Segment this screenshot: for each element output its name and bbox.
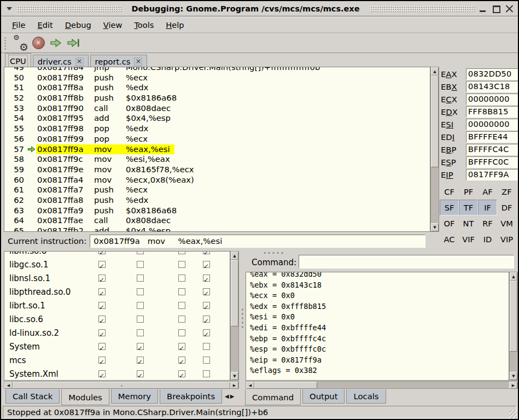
step-into-button[interactable]	[65, 35, 82, 51]
tab-output[interactable]: Output	[302, 389, 345, 404]
module-checkbox[interactable]	[98, 251, 106, 254]
module-checkbox[interactable]	[137, 251, 144, 254]
module-checkbox[interactable]	[137, 343, 144, 350]
output-hscrollbar[interactable]: ◀ ▶	[246, 381, 518, 389]
tab-close-icon[interactable]: ×	[75, 57, 84, 66]
module-checkbox[interactable]	[137, 302, 144, 309]
command-output[interactable]: %eax = 0x832dd50%ebx = 0x8143c18%ecx = 0…	[246, 272, 509, 381]
disassembly-row[interactable]: 630x0817ffa9push$0x8186a68	[4, 206, 430, 216]
module-checkbox[interactable]	[178, 288, 185, 295]
module-checkbox[interactable]	[203, 261, 210, 268]
flag-vm[interactable]: VM	[497, 215, 516, 231]
scroll-up-icon[interactable]: ▲	[231, 252, 238, 260]
vertical-splitter-handle[interactable]	[241, 307, 244, 329]
module-checkbox[interactable]	[98, 343, 106, 350]
tab-modules[interactable]: Modules	[61, 389, 109, 405]
module-checkbox[interactable]	[178, 261, 185, 268]
resize-grip[interactable]	[509, 410, 517, 418]
module-checkbox[interactable]	[178, 370, 185, 377]
module-checkbox[interactable]	[178, 275, 185, 282]
scroll-left-icon[interactable]: ◀	[4, 382, 13, 389]
tab-call-stack[interactable]: Call Stack	[5, 389, 60, 404]
module-checkbox[interactable]	[137, 329, 144, 336]
module-checkbox[interactable]	[178, 251, 185, 254]
disassembly-row[interactable]: 640x0817ffaecall0x808daec	[4, 215, 430, 226]
menu-item-help[interactable]: Help	[160, 18, 189, 32]
scrollbar-thumb[interactable]	[431, 75, 439, 167]
disassembly-row[interactable]: 600x0817ffa4mov%ecx,0x8(%eax)	[4, 175, 430, 185]
toolbar-drag-handle[interactable]	[4, 37, 7, 50]
tab-cpu[interactable]: CPU	[5, 53, 31, 68]
module-checkbox[interactable]	[203, 275, 210, 282]
scrollbar-thumb[interactable]	[231, 260, 238, 326]
flag-df[interactable]: DF	[497, 200, 516, 215]
module-checkbox[interactable]	[203, 288, 210, 295]
modules-hscrollbar[interactable]: ◀ ▶	[4, 381, 239, 389]
disassembly-row[interactable]: 490x0817ff84jmpMono.CSharp.Driver.Main(s…	[4, 67, 430, 73]
tab-locals[interactable]: Locals	[346, 389, 386, 404]
scroll-down-icon[interactable]: ▼	[231, 372, 238, 380]
close-icon[interactable]	[505, 5, 514, 13]
module-checkbox[interactable]	[178, 302, 185, 309]
disassembly-row[interactable]: 560x0817ff99pop%ecx	[4, 134, 430, 144]
flag-ac[interactable]: AC	[440, 231, 459, 247]
flag-sf[interactable]: SF	[440, 200, 459, 215]
disassembly-row[interactable]: 540x0817ff95add$0x4,%esp	[4, 113, 430, 124]
modules-vscrollbar[interactable]: ▲ ▼	[230, 251, 239, 381]
flag-vip[interactable]: VIP	[497, 231, 516, 247]
module-checkbox[interactable]	[98, 275, 106, 282]
module-checkbox[interactable]	[137, 316, 144, 323]
module-row[interactable]: ld-linux.so.2	[4, 326, 230, 340]
scrollbar-thumb[interactable]	[13, 382, 230, 389]
flag-vif[interactable]: VIF	[459, 231, 478, 247]
menu-item-view[interactable]: View	[98, 18, 128, 32]
maximize-icon[interactable]	[492, 5, 500, 13]
disassembly-row[interactable]: 570x0817ff9amov%eax,%esi	[4, 144, 430, 155]
module-checkbox[interactable]	[98, 261, 106, 268]
menu-item-file[interactable]: File	[7, 18, 31, 32]
flag-rf[interactable]: RF	[478, 215, 497, 231]
flag-id[interactable]: ID	[478, 231, 497, 247]
flag-tf[interactable]: TF	[459, 200, 478, 215]
module-checkbox[interactable]	[203, 302, 210, 309]
tab-command[interactable]: Command	[245, 389, 301, 405]
module-row[interactable]: System.Xml	[4, 368, 230, 381]
minimize-icon[interactable]	[479, 5, 487, 13]
module-checkbox[interactable]	[137, 370, 144, 377]
module-checkbox[interactable]	[137, 261, 144, 268]
disassembly-row[interactable]: 650x0817ffb2add$0x4,%esp	[4, 226, 430, 232]
disassembly-scrollbar[interactable]: ▲ ▼	[430, 67, 439, 232]
disassembly-row[interactable]: 510x0817ff8apush%edx	[4, 83, 430, 93]
module-row[interactable]: libpthread.so.0	[4, 285, 230, 299]
module-checkbox[interactable]	[203, 357, 210, 364]
module-checkbox[interactable]	[98, 288, 106, 295]
module-checkbox[interactable]	[178, 316, 185, 323]
menu-item-edit[interactable]: Edit	[32, 18, 58, 32]
module-row[interactable]: librt.so.1	[4, 299, 230, 313]
scroll-down-icon[interactable]: ▼	[510, 372, 517, 380]
menu-item-tools[interactable]: Tools	[129, 18, 159, 32]
module-checkbox[interactable]	[203, 251, 210, 254]
step-button[interactable]	[47, 35, 65, 51]
scroll-down-icon[interactable]: ▼	[431, 223, 439, 231]
disassembly-row[interactable]: 520x0817ff8bpush$0x8186a68	[4, 93, 430, 103]
tab-breakpoints[interactable]: Breakpoints	[160, 389, 222, 404]
scroll-right-icon[interactable]: ▶	[509, 382, 517, 389]
run-button[interactable]: ⚙⚙	[12, 35, 30, 51]
module-checkbox[interactable]	[98, 302, 106, 309]
module-checkbox[interactable]	[178, 343, 185, 350]
flag-cf[interactable]: CF	[440, 184, 459, 200]
module-checkbox[interactable]	[203, 316, 210, 323]
output-vscrollbar[interactable]: ▲ ▼	[509, 272, 518, 381]
scroll-up-icon[interactable]: ▲	[431, 67, 439, 75]
module-row[interactable]: libgc.so.1	[4, 258, 230, 272]
module-checkbox[interactable]	[203, 329, 210, 336]
scroll-up-icon[interactable]: ▲	[510, 272, 517, 281]
module-row[interactable]: mcs	[4, 354, 230, 368]
scrollbar-thumb[interactable]	[254, 382, 317, 389]
module-checkbox[interactable]	[137, 288, 144, 295]
module-checkbox[interactable]	[98, 329, 106, 336]
module-checkbox[interactable]	[178, 357, 185, 364]
flag-af[interactable]: AF	[478, 184, 497, 200]
scrollbar-thumb[interactable]	[510, 281, 517, 352]
